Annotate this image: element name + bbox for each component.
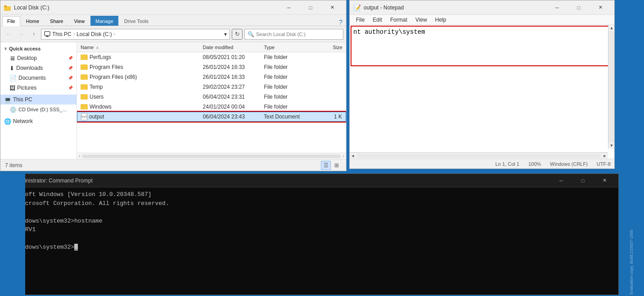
explorer-window: Local Disk (C:) ─ □ ✕ File Home Share Vi… xyxy=(0,0,347,171)
sidebar-cd-drive-label: CD Drive (D:) SSS_X64 xyxy=(18,107,68,112)
details-view-btn[interactable]: ☰ xyxy=(321,161,331,170)
explorer-maximize-btn[interactable]: □ xyxy=(300,0,321,15)
notepad-zoom: 100% xyxy=(528,161,541,167)
sidebar: ∨ Quick access 🖥 Desktop 📌 ⬇ Downloads 📌… xyxy=(0,42,77,159)
notepad-window-controls: ─ □ ✕ xyxy=(547,0,611,15)
search-input[interactable] xyxy=(256,32,340,37)
table-row[interactable]: Temp 29/02/2024 23:27 File folder xyxy=(77,82,346,92)
notepad-menu-format[interactable]: Format xyxy=(387,16,411,24)
sidebar-item-desktop[interactable]: 🖥 Desktop 📌 xyxy=(0,53,77,63)
this-pc-icon: 💻 xyxy=(4,96,11,103)
notepad-hscroll[interactable]: ◄ ► xyxy=(350,152,608,159)
documents-pin-icon: 📌 xyxy=(68,76,73,80)
drive-tools-label: Drive Tools xyxy=(119,16,153,26)
notepad-menu-view[interactable]: View xyxy=(412,16,431,24)
notepad-position: Ln 1, Col 1 xyxy=(495,161,519,167)
sidebar-documents-label: Documents xyxy=(18,75,46,81)
cmd-maximize-btn[interactable]: □ xyxy=(572,174,593,187)
tab-home[interactable]: Home xyxy=(21,16,44,26)
toolbar: ← → ↑ This PC › Local Disk (C:) › ▾ ↻ 🔍 xyxy=(0,26,346,42)
notepad-minimize-btn[interactable]: ─ xyxy=(547,0,567,15)
sidebar-quick-access-header[interactable]: ∨ Quick access xyxy=(0,44,77,53)
explorer-minimize-btn[interactable]: ─ xyxy=(279,0,299,15)
tab-file[interactable]: File xyxy=(2,16,20,26)
notepad-line-ending: Windows (CRLF) xyxy=(550,161,588,167)
desktop-bottom-left xyxy=(0,173,25,296)
notepad-vscroll[interactable]: ▲ ▼ xyxy=(608,25,614,149)
notepad-menu-edit[interactable]: Edit xyxy=(369,16,386,24)
file-name-users: Users xyxy=(81,94,203,100)
forward-btn[interactable]: → xyxy=(16,29,27,40)
notepad-status-bar: Ln 1, Col 1 100% Windows (CRLF) UTF-8 xyxy=(350,159,614,168)
col-header-size[interactable]: Size xyxy=(316,45,342,50)
address-chevron-1: › xyxy=(73,32,75,36)
sidebar-downloads-label: Downloads xyxy=(16,65,43,71)
up-btn[interactable]: ↑ xyxy=(28,29,39,40)
vscroll-down-btn[interactable]: ▼ xyxy=(608,142,614,149)
col-header-type[interactable]: Type xyxy=(264,45,316,50)
tiles-view-btn[interactable]: ⊞ xyxy=(332,161,342,170)
col-header-name[interactable]: Name ∧ xyxy=(81,45,203,50)
cmd-line-1: Microsoft Windows [Version 10.0.20348.58… xyxy=(4,190,615,199)
address-bar[interactable]: This PC › Local Disk (C:) › ▾ xyxy=(41,29,230,40)
ribbon: File Home Share View Manage Drive Tools … xyxy=(0,15,346,26)
hscroll-right-btn[interactable]: ► xyxy=(602,153,608,159)
table-row[interactable]: PerfLogs 08/05/2021 01:20 File folder xyxy=(77,52,346,62)
col-header-date[interactable]: Date modified xyxy=(203,45,264,50)
sidebar-quick-access-group: ∨ Quick access 🖥 Desktop 📌 ⬇ Downloads 📌… xyxy=(0,44,77,93)
sidebar-item-pictures[interactable]: 🖼 Pictures 📌 xyxy=(0,83,77,93)
tab-view[interactable]: View xyxy=(69,16,90,26)
hscroll-track xyxy=(357,154,601,158)
help-icon[interactable]: ? xyxy=(339,18,342,26)
file-name-windows: Windows xyxy=(81,104,203,110)
tab-share[interactable]: Share xyxy=(45,16,68,26)
sidebar-item-downloads[interactable]: ⬇ Downloads 📌 xyxy=(0,63,77,73)
refresh-btn[interactable]: ↻ xyxy=(232,29,243,40)
cmd-close-btn[interactable]: ✕ xyxy=(594,174,615,187)
sidebar-item-this-pc[interactable]: 💻 This PC xyxy=(0,95,77,105)
cmd-minimize-btn[interactable]: ─ xyxy=(551,174,572,187)
this-pc-link[interactable]: This PC xyxy=(52,31,72,37)
hscroll-left-btn[interactable]: ◄ xyxy=(350,153,356,159)
explorer-close-btn[interactable]: ✕ xyxy=(322,0,342,15)
sidebar-item-network[interactable]: 🌐 Network xyxy=(0,116,77,126)
scroll-right-btn[interactable]: › xyxy=(343,154,344,159)
notepad-close-btn[interactable]: ✕ xyxy=(590,0,611,15)
scroll-left-btn[interactable]: ‹ xyxy=(79,154,80,159)
drive-link[interactable]: Local Disk (C:) xyxy=(77,31,112,37)
cmd-line-7: C:\Windows\system32>_ xyxy=(4,243,615,252)
desktop-icon: 🖥 xyxy=(9,55,15,62)
explorer-icon xyxy=(4,4,11,11)
search-bar[interactable]: 🔍 xyxy=(244,29,343,40)
folder-icon xyxy=(81,104,88,109)
table-row[interactable]: Program Files (x86) 26/01/2024 16:33 Fil… xyxy=(77,72,346,82)
folder-icon xyxy=(81,74,88,80)
notepad-maximize-btn[interactable]: □ xyxy=(568,0,589,15)
notepad-title: output - Notepad xyxy=(364,5,404,11)
table-row-output[interactable]: TXT output 06/04/2024 23:43 Text Documen… xyxy=(77,112,346,122)
sidebar-item-cd-drive[interactable]: 💿 CD Drive (D:) SSS_X64 xyxy=(0,105,77,114)
documents-icon: 📄 xyxy=(9,75,17,82)
tab-manage[interactable]: Manage xyxy=(90,16,118,26)
quick-access-chevron: ∨ xyxy=(4,46,7,51)
pictures-icon: 🖼 xyxy=(9,85,15,91)
file-name-output: TXT output xyxy=(81,113,203,120)
svg-rect-1 xyxy=(4,5,7,7)
notepad-content-area: nt authority\system ▲ ▼ ◄ ► xyxy=(350,25,614,159)
notepad-menu-file[interactable]: File xyxy=(352,16,368,24)
notepad-menu-help[interactable]: Help xyxy=(432,16,450,24)
table-row[interactable]: Users 06/04/2024 23:31 File folder xyxy=(77,92,346,102)
table-row[interactable]: Windows 24/01/2024 00:04 File folder xyxy=(77,102,346,112)
sidebar-item-documents[interactable]: 📄 Documents 📌 xyxy=(0,73,77,83)
cmd-content[interactable]: Microsoft Windows [Version 10.0.20348.58… xyxy=(0,187,618,295)
sidebar-quick-access-label: Quick access xyxy=(9,46,41,51)
vscroll-up-btn[interactable]: ▲ xyxy=(608,25,614,31)
address-dropdown-btn[interactable]: ▾ xyxy=(224,31,227,37)
table-row[interactable]: Program Files 26/01/2024 16:33 File fold… xyxy=(77,62,346,72)
notepad-text[interactable]: nt authority\system xyxy=(353,28,611,36)
horizontal-scrollbar[interactable]: ‹ › xyxy=(77,153,346,159)
cmd-line-2: (c) Microsoft Corporation. All rights re… xyxy=(4,199,615,208)
notepad-encoding: UTF-8 xyxy=(597,161,611,167)
back-btn[interactable]: ← xyxy=(3,29,14,40)
file-name-program-files: Program Files xyxy=(81,64,203,70)
